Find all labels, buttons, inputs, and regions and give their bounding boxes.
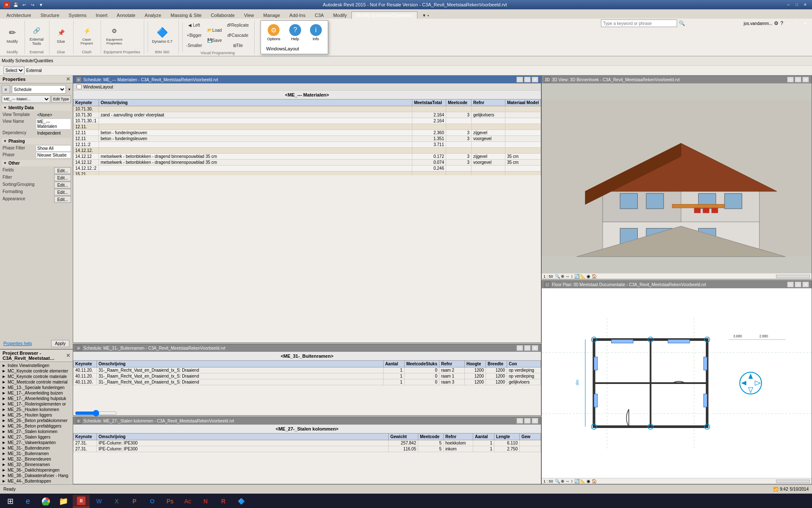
- pb-item-16[interactable]: ▶ME_31-_Buitenramen: [1, 451, 72, 456]
- pb-item-8[interactable]: ▶ME_25-_Houten kolommen: [1, 407, 72, 412]
- app-minimize[interactable]: ─: [785, 20, 792, 26]
- table-row[interactable]: 15.21.: [74, 171, 541, 176]
- modify-button[interactable]: ✏ Modify: [3, 25, 21, 45]
- dynamo-button[interactable]: 🔷 Dynamo 0.7: [150, 25, 175, 45]
- select-dropdown[interactable]: Select: [3, 66, 25, 74]
- win-maximize[interactable]: □: [793, 2, 800, 8]
- info-btn[interactable]: i Info: [310, 24, 322, 41]
- taskbar-powerpoint[interactable]: P: [126, 495, 143, 508]
- qa-redo[interactable]: ↪: [29, 1, 36, 8]
- phasing-header[interactable]: Phasing: [2, 138, 71, 144]
- pb-item-1[interactable]: ▶MC_Keynote controle elementer: [1, 368, 72, 374]
- tab-view[interactable]: View: [239, 11, 259, 19]
- schedule3-close[interactable]: ✕: [532, 418, 538, 424]
- taskbar-outlook[interactable]: O: [144, 495, 161, 508]
- formatting-edit-btn[interactable]: Edit...: [54, 189, 71, 196]
- pb-item-5[interactable]: ▶ME_17-_Afvoerleiding buizen: [1, 390, 72, 396]
- pb-item-9[interactable]: ▶ME_25-_Houten liggers: [1, 412, 72, 418]
- windows-layout-check[interactable]: [77, 84, 82, 89]
- pb-item-3[interactable]: ▶MC_Meetcode controle material: [1, 379, 72, 385]
- schedule2-minimize[interactable]: ─: [516, 345, 523, 351]
- clash-pinpoint-button[interactable]: ⚡ Clash Pinpoint: [76, 23, 97, 47]
- appearance-edit-btn[interactable]: Edit...: [54, 196, 71, 203]
- table-row[interactable]: 40.11.20.31-_Raam_Recht_Vast_en_Draaiend…: [74, 367, 541, 373]
- equipment-props-button[interactable]: ⚙ Equipment Properties: [104, 23, 125, 47]
- view3d-restore[interactable]: □: [795, 77, 801, 83]
- schedule2-close[interactable]: ✕: [532, 345, 538, 351]
- pb-item-22[interactable]: ▶ME_44-_Railings buiten: [1, 484, 72, 484]
- taskbar-app6[interactable]: Ac: [179, 495, 196, 508]
- table-row[interactable]: 14.12.12.: [74, 148, 541, 154]
- tab-modify[interactable]: Modify: [329, 11, 351, 19]
- help-btn[interactable]: ? Help: [289, 24, 301, 41]
- table-row[interactable]: 27.31.IPE-Column: IPE300116.055inkom12.7…: [74, 446, 541, 452]
- table-row[interactable]: 12.11.: [74, 124, 541, 130]
- properties-help-link[interactable]: Properties help: [3, 341, 32, 346]
- fields-edit-btn[interactable]: Edit...: [54, 167, 71, 174]
- qa-undo[interactable]: ↩: [20, 1, 28, 8]
- taskbar-app5[interactable]: Ps: [162, 495, 178, 508]
- pb-item-13[interactable]: ▶ME_27-_Stalen liggers: [1, 434, 72, 440]
- taskbar-app7[interactable]: N: [197, 495, 214, 508]
- tab-massing[interactable]: Massing & Site: [166, 11, 206, 19]
- tab-structure[interactable]: Structure: [36, 11, 64, 19]
- taskbar-folder[interactable]: 📁: [55, 495, 72, 508]
- view3d-nav-icons[interactable]: 🔍 ⊕ ↔ ↕ 🔄 📐 ◉ 🏠: [555, 274, 597, 279]
- pb-item-17[interactable]: ▶ME_32-_Binnendeuren: [1, 456, 72, 462]
- floorplan-minimize[interactable]: ─: [787, 282, 794, 287]
- pb-item-6[interactable]: ▶ME_17-_Afvoerleiding hulpstuk: [1, 396, 72, 401]
- pb-item-4[interactable]: ▶ME_13-_Speciale funderingen: [1, 385, 72, 390]
- external-tools-button[interactable]: 🔗 External Tools: [27, 22, 46, 47]
- floorplan-restore[interactable]: □: [795, 282, 801, 287]
- schedule1-grid[interactable]: Keynote Omschrijving MeetstaaTotal Meetc…: [73, 99, 541, 175]
- schedule2-scrollbar[interactable]: [73, 411, 541, 415]
- edit-type-button[interactable]: Edit Type: [51, 95, 71, 103]
- tab-collaborate[interactable]: Collaborate: [206, 11, 239, 19]
- glue-button[interactable]: 📌 Glue: [52, 25, 70, 45]
- other-header[interactable]: Other: [2, 160, 71, 166]
- app-maximize[interactable]: □: [793, 20, 800, 26]
- schedule1-minimize[interactable]: ─: [516, 77, 523, 83]
- table-row[interactable]: 10.71.30zand - aanvulling onder vloerpla…: [74, 112, 541, 118]
- tab-extra[interactable]: ▼ ▪: [417, 12, 433, 19]
- table-row[interactable]: 12.11beton - funderingsleuven2.3603zijge…: [74, 130, 541, 136]
- table-row[interactable]: 40.11.20.31-_Raam_Recht_Vast_en_Draaiend…: [74, 379, 541, 385]
- pb-item-2[interactable]: ▶MC_Keynote controle materiale: [1, 374, 72, 379]
- pb-item-0[interactable]: ▶Index Viewinstellingen: [1, 363, 72, 368]
- schedule2-restore[interactable]: □: [524, 345, 531, 351]
- table-row[interactable]: 40.11.20.31-_Raam_Recht_Vast_en_Draaiend…: [74, 373, 541, 379]
- pb-item-7[interactable]: ▶ME_17-_Rioleringslementen or: [1, 401, 72, 407]
- pb-item-12[interactable]: ▶ME_27-_Stalen kolommen: [1, 429, 72, 434]
- filter-edit-btn[interactable]: Edit...: [54, 174, 71, 181]
- taskbar-excel[interactable]: X: [108, 495, 125, 508]
- pb-close[interactable]: ✕: [66, 353, 70, 359]
- floorplan-nav-icons[interactable]: 🔍 ⊕ ↔ ↕ 🔄 📐 ◉ 🏠: [555, 479, 597, 483]
- schedule1-restore[interactable]: □: [524, 77, 531, 83]
- app-icon[interactable]: R: [3, 1, 10, 8]
- app-close[interactable]: ✕: [802, 20, 809, 26]
- user-help-icon[interactable]: ?: [780, 20, 783, 26]
- user-settings-icon[interactable]: ⚙: [774, 20, 779, 26]
- cascade-button[interactable]: 🗗 Cascade: [225, 30, 251, 40]
- properties-close[interactable]: ✕: [66, 76, 70, 82]
- pb-item-21[interactable]: ▶ME_44-_Buitentrappen: [1, 478, 72, 484]
- schedule3-grid[interactable]: Keynote Omschrijving Gewicht Meetcode Re…: [73, 433, 541, 484]
- schedule3-minimize[interactable]: ─: [516, 418, 523, 424]
- pb-item-10[interactable]: ▶ME_26-_Beton prefabkolommer: [1, 418, 72, 423]
- table-row[interactable]: 10.71.30.:12.164: [74, 118, 541, 124]
- schedule-select[interactable]: ME_--- Materi…: [2, 95, 50, 103]
- view3d-close[interactable]: ✕: [802, 77, 809, 83]
- tab-insert[interactable]: Insert: [91, 11, 112, 19]
- smaller-button[interactable]: - Smaller: [184, 41, 204, 50]
- tab-architecture[interactable]: Architecture: [2, 11, 36, 19]
- table-row[interactable]: 14.12.12metselwerk - betonblokken - drag…: [74, 154, 541, 160]
- search-input[interactable]: [601, 19, 677, 27]
- pb-item-11[interactable]: ▶ME_26-_Beton prefabliggers: [1, 423, 72, 429]
- taskbar-ie[interactable]: e: [19, 495, 36, 508]
- table-row[interactable]: 10.71.30.: [74, 106, 541, 112]
- schedule3-restore[interactable]: □: [524, 418, 531, 424]
- bigger-button[interactable]: + Bigger: [184, 30, 204, 40]
- tile-button[interactable]: ⊞ Tile: [225, 41, 251, 50]
- pb-item-19[interactable]: ▶ME_36-_Daklichtopeningen: [1, 467, 72, 473]
- schedule1-close[interactable]: ✕: [532, 77, 538, 83]
